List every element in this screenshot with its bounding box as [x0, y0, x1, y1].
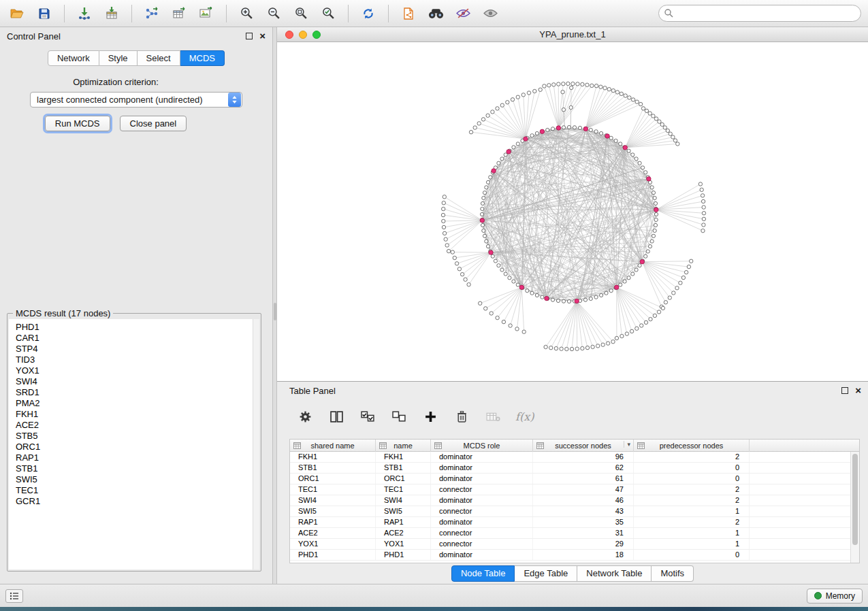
- table-cell[interactable]: RAP1: [290, 517, 376, 527]
- show-columns-button[interactable]: [327, 408, 345, 425]
- run-mcds-button[interactable]: Run MCDS: [45, 116, 110, 131]
- table-cell[interactable]: ORC1: [376, 474, 431, 484]
- table-cell[interactable]: TEC1: [290, 484, 376, 495]
- table-row[interactable]: SWI4SWI4dominator462: [290, 495, 850, 506]
- mcds-result-item[interactable]: TEC1: [9, 485, 259, 496]
- float-panel-icon[interactable]: [246, 33, 253, 39]
- table-cell[interactable]: 31: [533, 528, 634, 538]
- tab-mcds[interactable]: MCDS: [180, 50, 225, 66]
- show-all-button[interactable]: [480, 3, 500, 24]
- mcds-result-item[interactable]: ORC1: [9, 442, 259, 452]
- table-cell[interactable]: 47: [533, 484, 634, 495]
- mcds-result-item[interactable]: STB1: [9, 463, 259, 474]
- mcds-result-item[interactable]: STP4: [9, 344, 259, 354]
- float-table-panel-icon[interactable]: [841, 387, 848, 394]
- open-session-button[interactable]: [7, 3, 27, 24]
- clone-network-button[interactable]: [398, 3, 419, 24]
- close-table-panel-icon[interactable]: ×: [855, 387, 861, 394]
- mcds-result-item[interactable]: RAP1: [9, 452, 259, 463]
- close-window-icon[interactable]: [285, 31, 293, 39]
- network-window-titlebar[interactable]: YPA_prune.txt_1: [277, 27, 868, 42]
- table-cell[interactable]: YOX1: [290, 539, 376, 549]
- table-cell[interactable]: 2: [634, 484, 750, 495]
- mcds-result-item[interactable]: CAR1: [9, 333, 259, 344]
- table-cell[interactable]: 0: [634, 550, 750, 560]
- export-network-button[interactable]: [142, 3, 162, 24]
- vertical-splitter[interactable]: [272, 27, 277, 584]
- table-cell[interactable]: ORC1: [290, 474, 376, 484]
- table-cell[interactable]: dominator: [431, 463, 533, 473]
- apply-layout-button[interactable]: [358, 3, 379, 24]
- save-session-button[interactable]: [34, 3, 54, 24]
- mcds-result-item[interactable]: SWI5: [9, 474, 259, 485]
- mcds-result-item[interactable]: TID3: [9, 354, 259, 365]
- column-header-predecessor-nodes[interactable]: predecessor nodes: [634, 440, 750, 452]
- table-cell[interactable]: connector: [431, 528, 533, 538]
- zoom-fit-button[interactable]: [291, 3, 311, 24]
- table-scrollbar[interactable]: [850, 452, 859, 563]
- delete-column-button[interactable]: [453, 408, 470, 425]
- find-button[interactable]: [425, 3, 446, 24]
- table-row[interactable]: ORC1ORC1dominator610: [290, 474, 850, 484]
- table-cell[interactable]: SWI4: [290, 495, 376, 506]
- dropdown-stepper-icon[interactable]: [228, 93, 241, 107]
- table-row[interactable]: SWI5SWI5connector431: [290, 506, 850, 517]
- mcds-result-item[interactable]: STB5: [9, 431, 259, 442]
- table-row[interactable]: YOX1YOX1connector291: [290, 539, 850, 550]
- table-cell[interactable]: 1: [634, 506, 750, 516]
- hide-selected-button[interactable]: [453, 3, 473, 24]
- sort-dropdown-icon[interactable]: ▾: [624, 441, 630, 448]
- import-table-button[interactable]: [101, 3, 122, 24]
- table-cell[interactable]: FKH1: [290, 452, 376, 462]
- table-cell[interactable]: 29: [533, 539, 634, 549]
- table-cell[interactable]: STB1: [290, 463, 376, 473]
- table-cell[interactable]: connector: [431, 484, 533, 495]
- table-row[interactable]: RAP1RAP1dominator352: [290, 517, 850, 528]
- table-cell[interactable]: SWI5: [290, 506, 376, 516]
- table-row[interactable]: FKH1FKH1dominator962: [290, 452, 850, 463]
- column-header-mcds-role[interactable]: MCDS role: [431, 440, 533, 452]
- memory-button[interactable]: Memory: [807, 589, 863, 604]
- table-cell[interactable]: connector: [431, 539, 533, 549]
- close-panel-button[interactable]: Close panel: [120, 116, 187, 131]
- table-row[interactable]: STB1STB1dominator620: [290, 463, 850, 474]
- table-cell[interactable]: FKH1: [376, 452, 431, 462]
- table-cell[interactable]: 2: [634, 495, 750, 506]
- network-graph[interactable]: [277, 42, 868, 381]
- table-row[interactable]: PHD1PHD1dominator180: [290, 550, 850, 561]
- zoom-in-button[interactable]: [236, 3, 257, 24]
- table-cell[interactable]: SWI5: [376, 506, 431, 516]
- table-scrollbar-thumb[interactable]: [852, 454, 858, 545]
- table-cell[interactable]: STB1: [376, 463, 431, 473]
- mcds-result-item[interactable]: GCR1: [9, 496, 259, 507]
- deselect-all-rows-button[interactable]: [390, 408, 408, 425]
- mcds-result-item[interactable]: SRD1: [9, 387, 259, 398]
- import-network-button[interactable]: [74, 3, 95, 24]
- table-row[interactable]: ACE2ACE2connector311: [290, 528, 850, 539]
- mcds-result-item[interactable]: FKH1: [9, 409, 259, 420]
- optimization-criterion-dropdown[interactable]: largest connected component (undirected): [30, 92, 242, 108]
- status-menu-button[interactable]: [5, 589, 23, 603]
- close-panel-icon[interactable]: ×: [259, 33, 266, 39]
- table-cell[interactable]: 61: [533, 474, 634, 484]
- table-cell[interactable]: 0: [634, 474, 750, 484]
- table-cell[interactable]: 2: [634, 452, 750, 462]
- table-cell[interactable]: ACE2: [376, 528, 431, 538]
- tab-node-table[interactable]: Node Table: [451, 565, 515, 582]
- table-cell[interactable]: SWI4: [376, 495, 431, 506]
- table-cell[interactable]: 62: [533, 463, 634, 473]
- table-cell[interactable]: dominator: [431, 517, 533, 527]
- table-cell[interactable]: connector: [431, 506, 533, 516]
- tab-style[interactable]: Style: [99, 50, 138, 66]
- mcds-result-item[interactable]: PHD1: [9, 322, 259, 333]
- table-cell[interactable]: TEC1: [376, 484, 431, 495]
- zoom-out-button[interactable]: [263, 3, 284, 24]
- table-cell[interactable]: 1: [634, 528, 750, 538]
- table-cell[interactable]: 2: [634, 517, 750, 527]
- table-cell[interactable]: dominator: [431, 495, 533, 506]
- table-cell[interactable]: PHD1: [376, 550, 431, 560]
- table-cell[interactable]: dominator: [431, 474, 533, 484]
- search-input[interactable]: [658, 5, 861, 22]
- mcds-result-item[interactable]: SWI4: [9, 376, 259, 387]
- table-cell[interactable]: RAP1: [376, 517, 431, 527]
